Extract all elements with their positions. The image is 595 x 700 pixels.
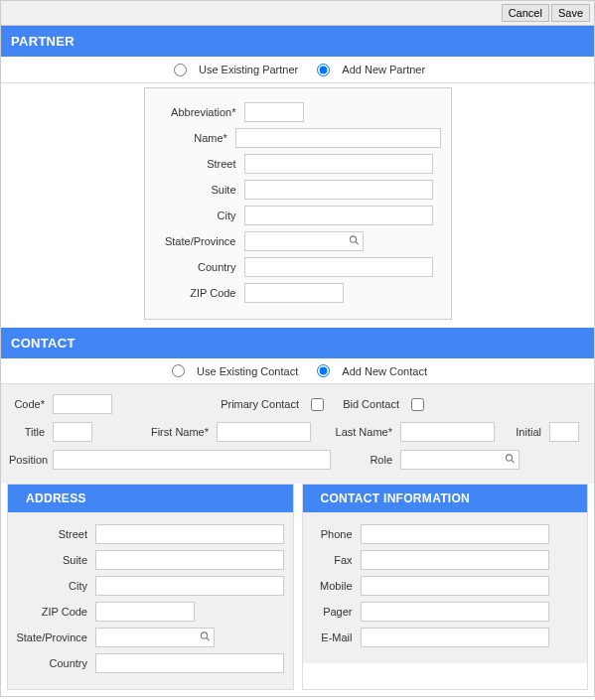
address-city-input[interactable]: [95, 576, 284, 596]
initial-label: Initial: [510, 426, 549, 438]
contact-radio-row: Use Existing Contact Add New Contact: [1, 358, 594, 385]
save-button[interactable]: Save: [551, 4, 590, 22]
address-street-label: Street: [16, 528, 95, 540]
address-city-label: City: [16, 580, 95, 592]
partner-name-input[interactable]: [235, 128, 441, 148]
use-existing-partner-label: Use Existing Partner: [199, 64, 298, 75]
partner-fieldset: Abbreviation* Name* Street Suite City St…: [144, 87, 452, 320]
use-existing-contact-radio[interactable]: [172, 364, 185, 377]
last-name-label: Last Name*: [331, 426, 400, 438]
contact-info-header: CONTACT INFORMATION: [303, 485, 588, 512]
address-country-input[interactable]: [95, 653, 284, 673]
pager-input[interactable]: [361, 602, 549, 622]
role-input[interactable]: [400, 450, 520, 470]
address-zip-label: ZIP Code: [16, 606, 95, 618]
fax-input[interactable]: [361, 550, 549, 570]
last-name-input[interactable]: [400, 422, 495, 442]
position-input[interactable]: [53, 450, 331, 470]
pager-label: Pager: [311, 606, 361, 618]
address-street-input[interactable]: [95, 524, 284, 544]
contact-header: CONTACT: [1, 328, 594, 358]
bid-contact-checkbox[interactable]: [411, 398, 424, 411]
partner-state-label: State/Province: [155, 235, 244, 247]
partner-state-input[interactable]: [244, 231, 364, 251]
partner-street-label: Street: [155, 158, 244, 170]
title-input[interactable]: [53, 422, 92, 442]
position-label: Position: [9, 454, 53, 466]
partner-name-label: Name*: [155, 132, 235, 144]
code-input[interactable]: [53, 394, 112, 414]
address-state-label: State/Province: [16, 631, 95, 643]
cancel-button[interactable]: Cancel: [502, 4, 549, 22]
add-new-partner-label: Add New Partner: [342, 64, 425, 75]
partner-zip-input[interactable]: [244, 283, 344, 303]
phone-label: Phone: [311, 528, 361, 540]
mobile-label: Mobile: [311, 580, 361, 592]
address-header: ADDRESS: [8, 485, 293, 512]
abbreviation-input[interactable]: [244, 102, 304, 122]
use-existing-contact-label: Use Existing Contact: [197, 365, 298, 377]
partner-suite-input[interactable]: [244, 180, 433, 200]
phone-input[interactable]: [361, 524, 549, 544]
address-zip-input[interactable]: [95, 602, 195, 622]
email-input[interactable]: [361, 628, 549, 647]
partner-header: PARTNER: [1, 26, 594, 57]
partner-radio-row: Use Existing Partner Add New Partner: [1, 57, 594, 83]
abbreviation-label: Abbreviation*: [155, 106, 244, 118]
first-name-label: First Name*: [142, 426, 217, 438]
primary-contact-label: Primary Contact: [221, 398, 307, 410]
code-label: Code*: [9, 398, 53, 410]
fax-label: Fax: [311, 554, 361, 566]
title-label: Title: [9, 426, 53, 438]
toolbar: Cancel Save: [1, 1, 594, 26]
mobile-input[interactable]: [361, 576, 549, 596]
address-suite-label: Suite: [16, 554, 95, 566]
partner-suite-label: Suite: [155, 184, 244, 196]
address-country-label: Country: [16, 657, 95, 669]
partner-country-label: Country: [155, 261, 244, 273]
add-new-partner-radio[interactable]: [317, 64, 330, 76]
add-new-contact-label: Add New Contact: [342, 365, 427, 377]
partner-country-input[interactable]: [244, 257, 433, 277]
email-label: E-Mail: [311, 631, 361, 643]
partner-city-input[interactable]: [244, 206, 433, 225]
use-existing-partner-radio[interactable]: [174, 64, 187, 76]
role-label: Role: [361, 454, 400, 466]
partner-street-input[interactable]: [244, 154, 433, 174]
address-suite-input[interactable]: [95, 550, 284, 570]
address-state-input[interactable]: [95, 628, 215, 647]
add-new-contact-radio[interactable]: [317, 364, 330, 377]
bid-contact-label: Bid Contact: [343, 398, 407, 410]
initial-input[interactable]: [549, 422, 579, 442]
primary-contact-checkbox[interactable]: [311, 398, 324, 411]
partner-city-label: City: [155, 210, 244, 221]
first-name-input[interactable]: [217, 422, 311, 442]
partner-zip-label: ZIP Code: [155, 287, 244, 299]
